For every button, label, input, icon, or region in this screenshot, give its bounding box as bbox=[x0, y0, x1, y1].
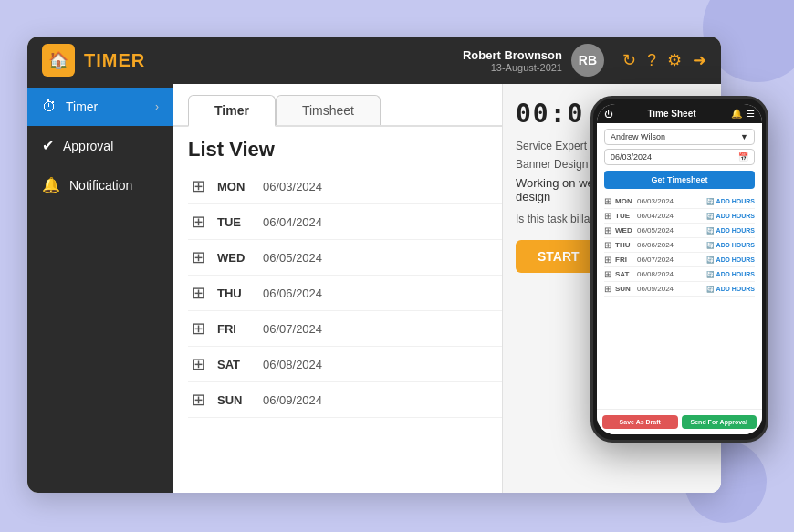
phone-add-hours[interactable]: 🔄 ADD HOURS bbox=[706, 198, 755, 205]
day-label: SAT bbox=[217, 358, 254, 371]
phone-day: WED bbox=[615, 226, 633, 235]
user-date: 13-August-2021 bbox=[463, 62, 562, 73]
chevron-down-icon: ▼ bbox=[740, 132, 748, 141]
phone-refresh-icon: 🔄 bbox=[706, 256, 715, 264]
phone-title: Time Sheet bbox=[647, 109, 695, 119]
phone-footer: Save As Draft Send For Approval bbox=[597, 409, 762, 434]
home-button[interactable]: 🏠 bbox=[42, 44, 75, 77]
app-title: TIMER bbox=[84, 50, 454, 71]
home-icon: 🏠 bbox=[48, 50, 68, 70]
phone-table-row: ⊞ FRI 06/07/2024 🔄 ADD HOURS bbox=[604, 253, 755, 267]
phone-refresh-icon: 🔄 bbox=[706, 286, 715, 293]
phone-date: 06/03/2024 bbox=[637, 197, 703, 205]
sidebar-item-notification[interactable]: 🔔 Notification bbox=[27, 165, 173, 204]
phone-name-dropdown[interactable]: Andrew Wilson ▼ bbox=[604, 129, 755, 145]
user-name: Robert Brownson bbox=[463, 48, 562, 62]
phone-menu-icon: ☰ bbox=[747, 109, 755, 119]
phone-plus-icon: ⊞ bbox=[604, 255, 611, 265]
phone-bell-icon: 🔔 bbox=[731, 109, 742, 119]
phone-day: FRI bbox=[615, 256, 633, 264]
help-icon[interactable]: ? bbox=[647, 51, 656, 70]
add-icon: ⊞ bbox=[188, 390, 208, 410]
phone-day: SAT bbox=[615, 270, 633, 278]
sidebar-item-approval[interactable]: ✔ Approval bbox=[27, 126, 173, 165]
app-header: 🏠 TIMER Robert Brownson 13-August-2021 R… bbox=[27, 37, 721, 84]
phone-refresh-icon: 🔄 bbox=[706, 227, 715, 235]
sidebar-approval-label: Approval bbox=[63, 139, 159, 153]
phone-add-hours[interactable]: 🔄 ADD HOURS bbox=[706, 286, 755, 293]
phone-date: 06/08/2024 bbox=[637, 270, 703, 278]
phone-table-row: ⊞ WED 06/05/2024 🔄 ADD HOURS bbox=[604, 224, 755, 238]
phone-body: Andrew Wilson ▼ 06/03/2024 📅 Get Timeshe… bbox=[597, 123, 762, 409]
day-label: SUN bbox=[217, 393, 254, 407]
sidebar-timer-label: Timer bbox=[66, 99, 146, 114]
add-icon: ⊞ bbox=[188, 176, 208, 196]
phone-day: SUN bbox=[615, 285, 633, 293]
add-icon: ⊞ bbox=[188, 318, 208, 339]
phone-plus-icon: ⊞ bbox=[604, 240, 611, 250]
phone-date-field[interactable]: 06/03/2024 📅 bbox=[604, 149, 755, 165]
day-label: FRI bbox=[217, 322, 254, 336]
tab-timer[interactable]: Timer bbox=[188, 95, 276, 127]
calendar-icon: 📅 bbox=[738, 152, 748, 162]
sidebar-notification-label: Notification bbox=[69, 178, 159, 193]
phone-plus-icon: ⊞ bbox=[604, 284, 611, 294]
phone-user-name: Andrew Wilson bbox=[611, 132, 665, 141]
phone-refresh-icon: 🔄 bbox=[706, 198, 715, 205]
settings-icon[interactable]: ⚙ bbox=[667, 50, 682, 70]
phone-power-icon: ⏻ bbox=[604, 110, 612, 119]
save-draft-button[interactable]: Save As Draft bbox=[602, 415, 678, 429]
phone-refresh-icon: 🔄 bbox=[706, 271, 715, 278]
refresh-icon[interactable]: ↻ bbox=[622, 50, 636, 70]
user-info: Robert Brownson 13-August-2021 RB bbox=[463, 44, 604, 77]
phone-date-value: 06/03/2024 bbox=[611, 152, 652, 162]
phone-add-hours[interactable]: 🔄 ADD HOURS bbox=[706, 256, 755, 264]
phone-table-row: ⊞ SAT 06/08/2024 🔄 ADD HOURS bbox=[604, 267, 755, 282]
phone-table-row: ⊞ MON 06/03/2024 🔄 ADD HOURS bbox=[604, 194, 755, 209]
phone-table-row: ⊞ THU 06/06/2024 🔄 ADD HOURS bbox=[604, 238, 755, 253]
bell-icon: 🔔 bbox=[42, 176, 60, 193]
day-label: MON bbox=[217, 180, 254, 193]
add-icon: ⊞ bbox=[188, 212, 208, 232]
phone-add-hours[interactable]: 🔄 ADD HOURS bbox=[706, 213, 755, 220]
day-label: THU bbox=[217, 287, 254, 300]
phone-day: MON bbox=[615, 197, 633, 205]
header-actions: ↻ ? ⚙ ➜ bbox=[622, 50, 706, 70]
get-timesheet-button[interactable]: Get Timesheet bbox=[604, 171, 755, 189]
phone-date: 06/07/2024 bbox=[637, 256, 703, 264]
phone-day: TUE bbox=[615, 212, 633, 220]
phone-date: 06/09/2024 bbox=[637, 285, 703, 293]
phone-date: 06/05/2024 bbox=[637, 226, 703, 235]
day-label: TUE bbox=[217, 215, 254, 229]
phone-table-row: ⊞ TUE 06/04/2024 🔄 ADD HOURS bbox=[604, 209, 755, 224]
phone-plus-icon: ⊞ bbox=[604, 211, 611, 221]
phone-plus-icon: ⊞ bbox=[604, 269, 611, 279]
phone-add-hours[interactable]: 🔄 ADD HOURS bbox=[706, 271, 755, 278]
add-icon: ⊞ bbox=[188, 354, 208, 374]
chevron-right-icon: › bbox=[155, 100, 159, 113]
tab-timsheet[interactable]: Timsheet bbox=[276, 95, 381, 125]
avatar: RB bbox=[571, 44, 604, 77]
phone-add-hours[interactable]: 🔄 ADD HOURS bbox=[706, 242, 755, 249]
timer-icon: ⏱ bbox=[42, 99, 57, 115]
start-button[interactable]: START bbox=[516, 240, 601, 273]
phone-date: 06/04/2024 bbox=[637, 212, 703, 220]
sidebar: ⏱ Timer › ✔ Approval 🔔 Notification bbox=[27, 84, 173, 493]
phone-date: 06/06/2024 bbox=[637, 241, 703, 249]
add-icon: ⊞ bbox=[188, 283, 208, 303]
phone-screen: ⏻ Time Sheet 🔔 ☰ Andrew Wilson ▼ 06/03/2… bbox=[597, 104, 762, 434]
phone-refresh-icon: 🔄 bbox=[706, 213, 715, 220]
phone-table-row: ⊞ SUN 06/09/2024 🔄 ADD HOURS bbox=[604, 282, 755, 297]
phone-add-hours[interactable]: 🔄 ADD HOURS bbox=[706, 227, 755, 235]
sidebar-item-timer[interactable]: ⏱ Timer › bbox=[27, 88, 173, 126]
day-label: WED bbox=[217, 251, 254, 265]
phone-header-icons: 🔔 ☰ bbox=[731, 109, 755, 119]
phone-day: THU bbox=[615, 241, 633, 249]
phone-plus-icon: ⊞ bbox=[604, 225, 611, 235]
logout-icon[interactable]: ➜ bbox=[693, 50, 706, 70]
phone-plus-icon: ⊞ bbox=[604, 196, 611, 206]
phone-refresh-icon: 🔄 bbox=[706, 242, 715, 249]
approval-icon: ✔ bbox=[42, 137, 54, 154]
send-for-approval-button[interactable]: Send For Approval bbox=[682, 415, 757, 429]
add-icon: ⊞ bbox=[188, 247, 208, 267]
